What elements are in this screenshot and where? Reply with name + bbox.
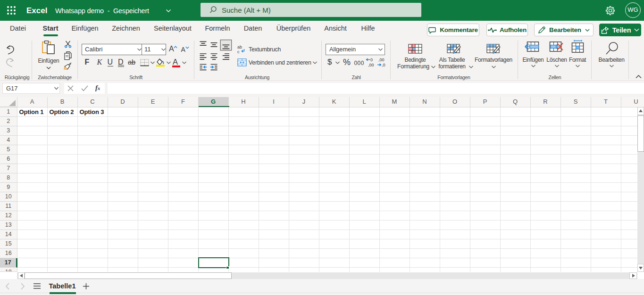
- svg-text:c: c: [237, 49, 240, 54]
- svg-text:,0: ,0: [382, 63, 385, 67]
- svg-text:,00: ,00: [378, 57, 385, 62]
- svg-text:,00: ,00: [368, 63, 374, 67]
- svg-text:0: 0: [370, 57, 373, 62]
- svg-text:ab: ab: [237, 45, 242, 49]
